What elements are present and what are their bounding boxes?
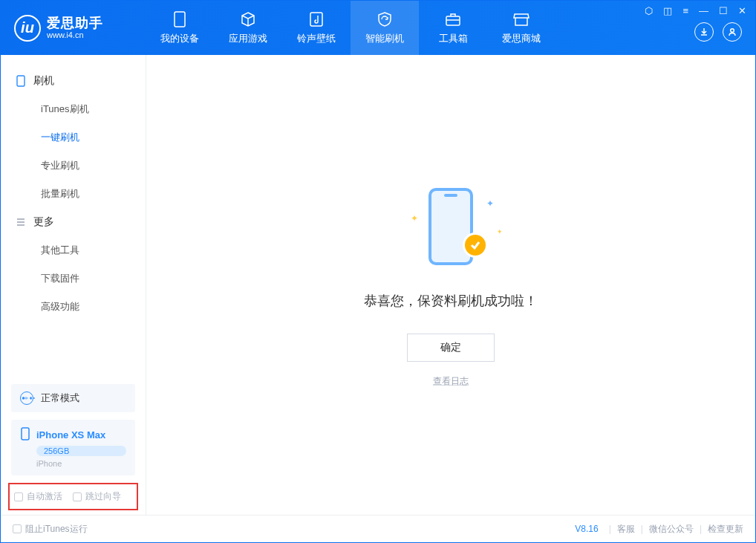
success-title: 恭喜您，保资料刷机成功啦！ [364,292,538,310]
footer-right: V8.16 | 客服 | 微信公众号 | 检查更新 [575,523,743,536]
sidebar-item-advanced[interactable]: 高级功能 [1,293,146,321]
logo-area: iu 爱思助手 www.i4.cn [1,15,146,42]
footer-link-support[interactable]: 客服 [617,523,635,536]
sidebar: 刷机 iTunes刷机 一键刷机 专业刷机 批量刷机 更多 其他工具 下载固件 … [1,55,146,515]
tab-label: 应用游戏 [229,32,267,45]
music-note-icon [308,11,325,27]
app-header: iu 爱思助手 www.i4.cn 我的设备 应用游戏 铃声壁纸 智能刷机 工具… [1,1,755,55]
device-type: iPhone [36,459,126,468]
account-button[interactable] [723,22,742,42]
checkbox-block-itunes[interactable]: 阻止iTunes运行 [13,523,88,536]
mode-label: 正常模式 [41,391,79,405]
svg-rect-2 [446,16,460,25]
checkbox-label: 自动激活 [27,490,62,503]
maximize-button[interactable]: ☐ [719,5,728,16]
section-title: 更多 [33,215,54,229]
sidebar-item-onekey-flash[interactable]: 一键刷机 [1,123,146,152]
checkbox-icon [73,492,82,501]
cube-icon [240,11,256,27]
checkbox-skip-guide[interactable]: 跳过向导 [73,490,121,503]
logo-icon: iu [14,15,41,42]
sidebar-item-other-tools[interactable]: 其他工具 [1,236,146,264]
checkbox-auto-activate[interactable]: 自动激活 [14,490,62,503]
svg-point-6 [25,397,27,399]
tab-smart-flash[interactable]: 智能刷机 [351,1,419,55]
tab-label: 铃声壁纸 [297,32,336,45]
status-bar: 阻止iTunes运行 V8.16 | 客服 | 微信公众号 | 检查更新 [1,515,755,542]
device-name: iPhone XS Max [36,429,105,440]
footer-link-wechat[interactable]: 微信公众号 [649,523,694,536]
svg-rect-1 [310,13,322,26]
menu-icon[interactable]: ≡ [682,5,688,16]
sidebar-item-batch-flash[interactable]: 批量刷机 [1,180,146,208]
mode-box[interactable]: 正常模式 [11,384,135,412]
tab-label: 工具箱 [439,32,468,45]
success-illustration: ✦ ✦ ✦ [406,182,495,271]
profile-controls [694,16,746,42]
device-icon [172,11,188,27]
sparkle-icon: ✦ [497,228,503,235]
top-tabs: 我的设备 应用游戏 铃声壁纸 智能刷机 工具箱 爱思商城 [146,1,555,55]
view-log-link[interactable]: 查看日志 [433,375,469,388]
sidebar-item-download-firmware[interactable]: 下载固件 [1,264,146,293]
version-label: V8.16 [575,524,598,534]
toolbox-icon [445,11,461,27]
shirt-icon[interactable]: ⬡ [645,5,653,16]
svg-point-3 [731,29,734,33]
app-url: www.i4.cn [47,30,103,39]
mode-status-icon [20,391,33,405]
checkbox-icon [14,492,23,501]
tab-label: 爱思商城 [502,32,541,45]
footer-link-update[interactable]: 检查更新 [708,523,743,536]
section-title: 刷机 [33,74,54,88]
sparkle-icon: ✦ [486,198,494,209]
sidebar-section-flash: 刷机 [1,67,146,95]
sidebar-section-more: 更多 [1,208,146,236]
svg-point-5 [22,397,24,399]
sidebar-item-pro-flash[interactable]: 专业刷机 [1,152,146,180]
sidebar-item-itunes-flash[interactable]: iTunes刷机 [1,95,146,123]
tab-ringtone-wallpaper[interactable]: 铃声壁纸 [282,1,351,55]
svg-rect-0 [175,12,185,27]
tab-toolbox[interactable]: 工具箱 [419,1,487,55]
tab-label: 智能刷机 [365,32,404,45]
header-right-controls: ⬡ ◫ ≡ — ☐ ✕ [645,1,746,55]
ok-button[interactable]: 确定 [407,334,495,362]
main-content: ✦ ✦ ✦ 恭喜您，保资料刷机成功啦！ 确定 查看日志 [146,55,755,515]
list-icon [16,217,26,227]
checkbox-label: 阻止iTunes运行 [25,523,88,536]
device-storage: 256GB [36,446,126,456]
device-box[interactable]: iPhone XS Max 256GB iPhone [11,420,135,475]
download-button[interactable] [694,22,714,42]
checkbox-label: 跳过向导 [85,490,121,503]
checkbox-icon [13,524,22,533]
logo-text: 爱思助手 www.i4.cn [47,16,103,40]
app-body: 刷机 iTunes刷机 一键刷机 专业刷机 批量刷机 更多 其他工具 下载固件 … [1,55,755,515]
feedback-icon[interactable]: ◫ [663,5,672,16]
app-name: 爱思助手 [47,16,103,31]
highlighted-options-row: 自动激活 跳过向导 [8,483,138,510]
store-icon [513,11,529,27]
close-button[interactable]: ✕ [738,5,746,16]
device-phone-icon [20,427,30,443]
refresh-shield-icon [377,11,393,27]
tab-apps-games[interactable]: 应用游戏 [214,1,282,55]
success-check-icon [463,233,488,258]
svg-rect-4 [17,76,25,86]
tab-store[interactable]: 爱思商城 [487,1,555,55]
tab-label: 我的设备 [160,32,199,45]
window-controls: ⬡ ◫ ≡ — ☐ ✕ [645,1,746,16]
sparkle-icon: ✦ [411,213,418,224]
tab-my-device[interactable]: 我的设备 [146,1,214,55]
phone-icon [16,76,26,86]
svg-rect-7 [22,428,29,440]
minimize-button[interactable]: — [699,5,708,16]
